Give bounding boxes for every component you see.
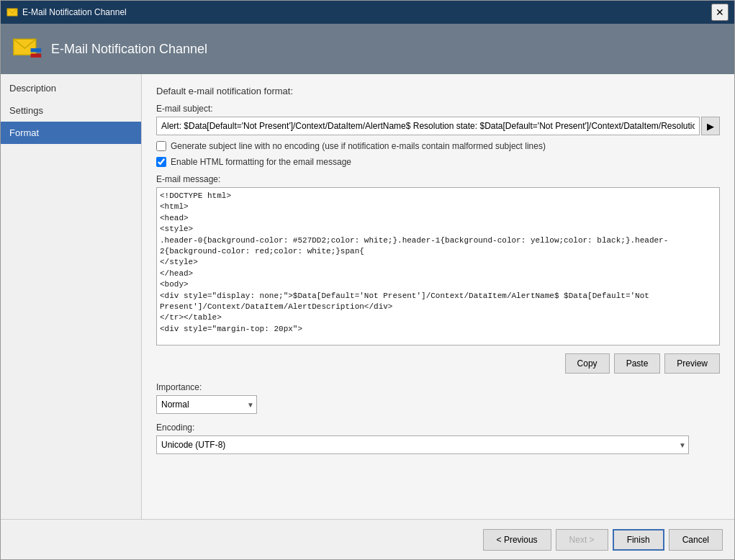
cancel-button[interactable]: Cancel — [669, 529, 723, 551]
header-bar: E-Mail Notification Channel — [1, 24, 734, 74]
no-encoding-checkbox[interactable] — [156, 141, 166, 151]
next-button[interactable]: Next > — [556, 529, 608, 551]
preview-button[interactable]: Preview — [664, 353, 720, 374]
subject-input[interactable] — [156, 117, 700, 135]
importance-dropdown-wrapper: Normal Low High ▼ — [156, 395, 257, 414]
encoding-row: Encoding: Unicode (UTF-8) ASCII UTF-16 ▼ — [156, 423, 720, 454]
copy-button[interactable]: Copy — [565, 353, 610, 374]
html-enable-checkbox[interactable] — [156, 157, 166, 167]
content-area: Description Settings Format Default e-ma… — [1, 74, 734, 519]
subject-field-label: E-mail subject: — [156, 104, 720, 114]
title-bar-title: E-Mail Notification Channel — [22, 7, 711, 17]
importance-select[interactable]: Normal Low High — [156, 395, 257, 414]
close-button[interactable]: ✕ — [711, 4, 729, 21]
no-encoding-label: Generate subject line with no encoding (… — [171, 141, 546, 151]
message-buttons: Copy Paste Preview — [156, 353, 720, 374]
arrow-right-icon: ▶ — [707, 121, 714, 132]
header-title: E-Mail Notification Channel — [51, 42, 207, 57]
paste-button[interactable]: Paste — [614, 353, 661, 374]
finish-button[interactable]: Finish — [613, 529, 664, 551]
importance-row: Importance: Normal Low High ▼ — [156, 382, 720, 414]
main-panel: Default e-mail notification format: E-ma… — [142, 74, 734, 519]
sidebar-item-description[interactable]: Description — [1, 77, 141, 99]
window: E-Mail Notification Channel ✕ E-Mail Not… — [0, 0, 735, 560]
importance-label: Importance: — [156, 382, 720, 392]
message-field-label: E-mail message: — [156, 174, 720, 184]
svg-rect-2 — [31, 48, 42, 52]
encoding-dropdown-wrapper: Unicode (UTF-8) ASCII UTF-16 ▼ — [156, 435, 689, 454]
message-area-container: <!DOCTYPE html> <html> <head> <style> .h… — [156, 187, 720, 348]
sidebar: Description Settings Format — [1, 74, 142, 519]
subject-row: ▶ — [156, 117, 720, 135]
svg-rect-3 — [31, 53, 42, 57]
no-encoding-checkbox-row: Generate subject line with no encoding (… — [156, 141, 720, 151]
title-bar-icon — [6, 6, 18, 18]
encoding-label: Encoding: — [156, 423, 720, 433]
sidebar-item-format[interactable]: Format — [1, 122, 141, 144]
subject-arrow-button[interactable]: ▶ — [701, 117, 720, 135]
default-format-label: Default e-mail notification format: — [156, 86, 720, 96]
previous-button[interactable]: < Previous — [483, 529, 551, 551]
message-textarea[interactable]: <!DOCTYPE html> <html> <head> <style> .h… — [156, 187, 720, 346]
footer: < Previous Next > Finish Cancel — [1, 519, 734, 559]
encoding-select[interactable]: Unicode (UTF-8) ASCII UTF-16 — [156, 435, 689, 454]
header-icon — [12, 34, 42, 64]
html-enable-row: Enable HTML formatting for the email mes… — [156, 157, 720, 167]
html-enable-label: Enable HTML formatting for the email mes… — [171, 157, 351, 167]
sidebar-item-settings[interactable]: Settings — [1, 99, 141, 122]
title-bar: E-Mail Notification Channel ✕ — [1, 1, 734, 24]
